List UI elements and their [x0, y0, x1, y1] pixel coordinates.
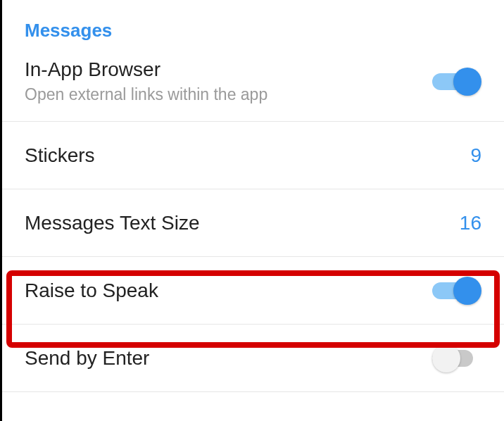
text-size-value: 16 — [460, 212, 481, 234]
send-by-enter-toggle[interactable] — [432, 344, 481, 372]
row-send-by-enter[interactable]: Send by Enter — [2, 325, 504, 392]
in-app-browser-subtitle: Open external links within the app — [25, 85, 267, 104]
toggle-knob — [432, 344, 460, 372]
raise-to-speak-title: Raise to Speak — [25, 279, 158, 302]
in-app-browser-toggle[interactable] — [432, 68, 481, 96]
toggle-knob — [453, 277, 481, 305]
row-left: In-App Browser Open external links withi… — [25, 58, 267, 104]
text-size-title: Messages Text Size — [25, 212, 200, 234]
raise-to-speak-toggle[interactable] — [432, 277, 481, 305]
section-header-messages: Messages — [2, 0, 504, 54]
send-by-enter-title: Send by Enter — [25, 347, 149, 370]
row-text-size[interactable]: Messages Text Size 16 — [2, 189, 504, 257]
row-in-app-browser[interactable]: In-App Browser Open external links withi… — [2, 54, 504, 122]
stickers-value: 9 — [470, 144, 481, 167]
row-stickers[interactable]: Stickers 9 — [2, 122, 504, 189]
in-app-browser-title: In-App Browser — [25, 58, 267, 81]
stickers-title: Stickers — [25, 144, 95, 167]
row-raise-to-speak[interactable]: Raise to Speak — [2, 257, 504, 325]
toggle-knob — [453, 68, 481, 96]
